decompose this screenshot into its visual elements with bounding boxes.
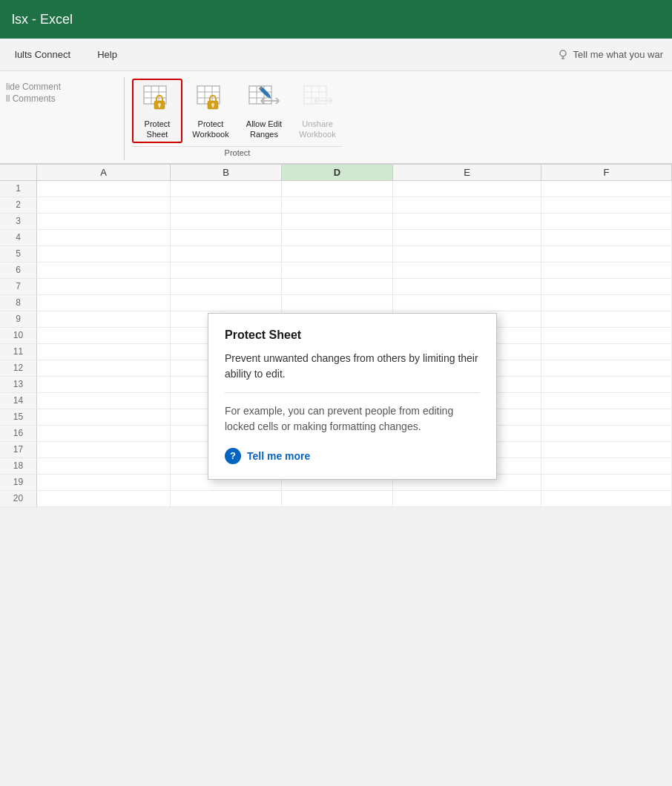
protect-workbook-button[interactable]: Protect Workbook [185,79,236,143]
menu-results-connect[interactable]: lults Connect [9,46,76,63]
row-num-1: 1 [0,181,37,196]
title-bar: lsx - Excel [0,0,672,39]
title-text: lsx - Excel [12,12,73,27]
svg-point-0 [560,50,566,56]
allow-edit-ranges-icon [246,82,282,117]
unshare-workbook-icon [300,82,335,117]
table-row: 8 [0,295,672,311]
tell-me-more-text: Tell me more [247,450,310,462]
spreadsheet-area: A B D E F 1 2 3 [0,165,672,507]
allow-edit-ranges-label: Allow Edit Ranges [246,119,282,140]
protect-section-label: Protect [132,146,343,160]
ribbon-section-protect: Protect Sheet [126,77,349,160]
protect-sheet-tooltip: Protect Sheet Prevent unwanted changes f… [208,313,497,480]
cell-a1[interactable] [37,181,171,196]
svg-rect-18 [212,105,214,108]
col-b: B [171,165,282,181]
table-row: 2 [0,197,672,214]
table-row: 5 [0,246,672,262]
protect-sheet-icon [139,82,175,117]
table-row: 7 [0,279,672,295]
protect-workbook-label: Protect Workbook [192,119,228,140]
corner-cell [0,165,37,181]
ribbon: lide Comment ll Comments [0,71,672,165]
table-row: 3 [0,214,672,230]
table-row: 1 [0,181,672,197]
allow-edit-ranges-button[interactable]: Allow Edit Ranges [239,79,289,143]
cell-d1[interactable] [282,181,393,196]
table-row: 20 [0,491,672,507]
tell-me-area[interactable]: Tell me what you war [557,49,663,61]
cell-b1[interactable] [171,181,282,196]
col-f: F [541,165,672,181]
row-num-2: 2 [0,197,37,213]
tooltip-title: Protect Sheet [225,328,480,342]
cell-f1[interactable] [541,181,672,196]
unshare-workbook-label: Unshare Workbook [299,119,335,140]
col-a: A [37,165,171,181]
column-headers: A B D E F [0,165,672,181]
protect-sheet-label: Protect Sheet [145,119,171,140]
lightbulb-icon [557,49,569,61]
svg-rect-10 [159,105,160,108]
hide-comment-btn[interactable]: lide Comment [6,82,61,92]
tooltip-body: Prevent unwanted changes from others by … [225,351,480,382]
all-comments-btn[interactable]: ll Comments [6,93,61,104]
protect-sheet-button[interactable]: Protect Sheet [132,79,182,143]
ribbon-section-comments: lide Comment ll Comments [6,77,125,160]
unshare-workbook-button[interactable]: Unshare Workbook [292,79,343,143]
col-d: D [282,165,393,181]
cell-e1[interactable] [393,181,541,196]
help-icon: ? [225,448,241,464]
menu-help[interactable]: Help [91,46,123,63]
protect-buttons-row: Protect Sheet [132,77,343,145]
tell-me-text: Tell me what you war [573,49,663,60]
protect-workbook-icon [193,82,228,117]
col-e: E [393,165,541,181]
table-row: 4 [0,230,672,246]
table-row: 6 [0,262,672,279]
tooltip-example: For example, you can prevent people from… [225,392,480,435]
menu-bar: lults Connect Help Tell me what you war [0,39,672,71]
tell-me-more-link[interactable]: ? Tell me more [225,448,480,464]
